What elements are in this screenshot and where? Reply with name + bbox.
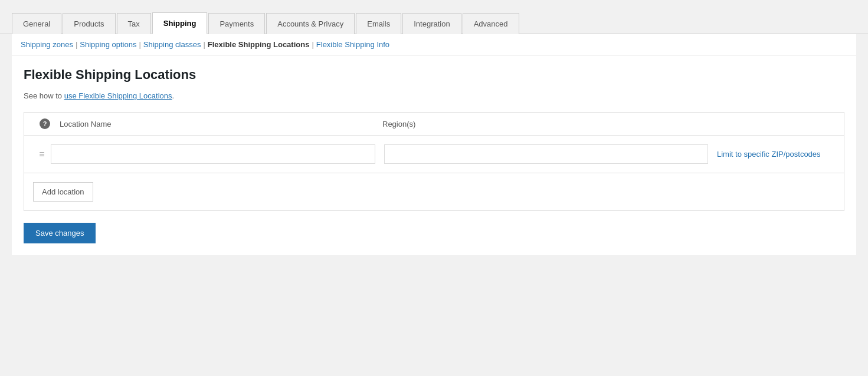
sub-navigation: Shipping zones | Shipping options | Ship…: [12, 34, 856, 55]
separator-4: |: [312, 40, 313, 49]
tab-payments[interactable]: Payments: [208, 13, 265, 34]
separator-2: |: [139, 40, 140, 49]
separator-3: |: [203, 40, 205, 49]
help-icon[interactable]: ?: [40, 118, 50, 129]
limit-zip-link[interactable]: Limit to specific ZIP/postcodes: [717, 150, 835, 159]
sub-nav-shipping-options[interactable]: Shipping options: [80, 40, 136, 49]
locations-table: ? Location Name Region(s) ≡ Limit to spe…: [24, 112, 844, 211]
add-location-area: Add location: [24, 173, 844, 210]
location-name-input[interactable]: [51, 144, 375, 164]
tab-tax[interactable]: Tax: [117, 13, 151, 34]
header-region: Region(s): [382, 120, 705, 128]
page-title: Flexible Shipping Locations: [24, 67, 844, 83]
add-location-button[interactable]: Add location: [33, 182, 93, 202]
table-row: ≡ Limit to specific ZIP/postcodes: [24, 136, 844, 173]
save-changes-button[interactable]: Save changes: [24, 223, 96, 243]
tab-integration[interactable]: Integration: [402, 13, 461, 34]
location-region-input[interactable]: [384, 144, 709, 164]
tab-accounts-privacy[interactable]: Accounts & Privacy: [266, 13, 355, 34]
header-location-name: Location Name: [57, 120, 382, 128]
sub-nav-flexible-locations-current: Flexible Shipping Locations: [208, 40, 310, 49]
tab-products[interactable]: Products: [63, 13, 115, 34]
location-region-field-wrapper: [384, 144, 709, 164]
drag-handle-icon[interactable]: ≡: [33, 149, 51, 160]
sub-nav-shipping-classes[interactable]: Shipping classes: [143, 40, 201, 49]
sub-nav-flexible-info[interactable]: Flexible Shipping Info: [316, 40, 389, 49]
tab-general[interactable]: General: [12, 13, 61, 34]
header-icon-col: ?: [33, 118, 57, 129]
content-area: Shipping zones | Shipping options | Ship…: [0, 34, 868, 267]
tab-advanced[interactable]: Advanced: [463, 13, 519, 34]
table-header: ? Location Name Region(s): [24, 113, 844, 136]
tab-emails[interactable]: Emails: [356, 13, 401, 34]
description-prefix: See how to: [24, 91, 64, 100]
description-link[interactable]: use Flexible Shipping Locations: [64, 91, 172, 100]
description-suffix: .: [172, 91, 175, 100]
sub-nav-shipping-zones[interactable]: Shipping zones: [21, 40, 73, 49]
page-content: Flexible Shipping Locations See how to u…: [12, 55, 856, 255]
location-name-field-wrapper: [51, 144, 375, 164]
save-area: Save changes: [24, 223, 844, 243]
tabs-container: General Products Tax Shipping Payments A…: [0, 0, 868, 34]
tab-shipping[interactable]: Shipping: [152, 12, 208, 34]
separator-1: |: [76, 40, 77, 49]
description: See how to use Flexible Shipping Locatio…: [24, 91, 844, 100]
